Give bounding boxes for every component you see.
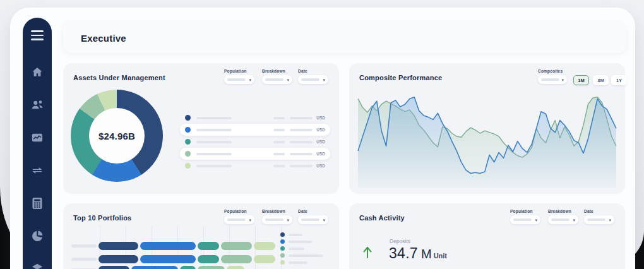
top10-legend-item[interactable]	[280, 231, 323, 238]
legend-currency-label: USD	[316, 140, 325, 144]
population-select[interactable]: ▾	[224, 215, 254, 224]
users-icon	[30, 99, 44, 111]
top10-legend-item[interactable]	[280, 238, 323, 245]
population-filter: Population▾	[224, 209, 254, 224]
date-select[interactable]: ▾	[298, 215, 328, 224]
bar-segment	[221, 242, 252, 250]
date-filter-label: Date	[298, 209, 328, 213]
aum-legend-row[interactable]: USD	[180, 160, 330, 172]
aum-legend-row[interactable]: USD	[180, 112, 330, 124]
breakdown-select[interactable]: ▾	[262, 215, 292, 224]
bar-track	[98, 255, 275, 263]
legend-value-skeleton	[290, 141, 313, 143]
sidebar-item-home[interactable]	[30, 64, 45, 80]
legend-name-skeleton	[289, 261, 307, 264]
date-filter-label: Date	[584, 209, 614, 213]
sidebar-item-clients[interactable]	[30, 97, 45, 112]
composite-card-title: Composite Performance	[359, 74, 442, 81]
legend-name-skeleton	[196, 129, 232, 131]
portfolio-bar-row	[71, 242, 275, 250]
deposits-unit-label: Unit	[434, 252, 447, 260]
portfolio-bar-row	[71, 255, 275, 263]
header-bar: Executive	[63, 23, 626, 53]
date-select[interactable]: ▾	[584, 215, 614, 224]
range-button-3m[interactable]: 3M	[593, 75, 609, 85]
legend-amount-skeleton	[273, 165, 285, 167]
population-filter: Population▾	[510, 209, 540, 224]
legend-currency-label: USD	[316, 116, 325, 120]
breakdown-select[interactable]: ▾	[548, 215, 578, 224]
legend-value-skeleton	[290, 129, 313, 131]
legend-currency-label: USD	[316, 152, 325, 156]
deposits-value-row: 34.7 M Unit	[389, 245, 447, 262]
breakdown-select[interactable]: ▾	[262, 75, 292, 84]
bar-segment	[198, 255, 219, 263]
select-value-skeleton	[301, 78, 319, 81]
legend-amount-skeleton	[273, 117, 285, 119]
breakdown-filter: Breakdown▾	[548, 209, 578, 224]
top10-legend-item[interactable]	[280, 259, 323, 266]
cash-card-title: Cash Activity	[359, 214, 405, 222]
aum-legend-row[interactable]: USD	[180, 148, 330, 160]
bar-segment	[98, 255, 138, 263]
aum-legend-row[interactable]: USD	[180, 124, 330, 136]
bar-segment	[140, 255, 196, 263]
top10-legend-item[interactable]	[280, 252, 323, 259]
aum-legend: USDUSDUSDUSDUSD	[180, 112, 330, 172]
legend-dot	[280, 239, 285, 244]
composites-select[interactable]: ▾	[538, 75, 567, 84]
select-value-skeleton	[265, 78, 283, 81]
range-button-1y[interactable]: 1Y	[611, 75, 627, 85]
sidebar-item-layers[interactable]	[30, 261, 45, 269]
bar-segment	[198, 242, 219, 250]
legend-dot	[185, 139, 191, 145]
bar-segment	[227, 266, 245, 269]
chevron-down-icon: ▾	[561, 78, 564, 82]
sidebar	[23, 18, 52, 269]
chevron-down-icon: ▾	[249, 218, 251, 222]
range-button-1m[interactable]: 1M	[573, 75, 589, 85]
aum-card: Assets Under Management $24.96B USDUSDUS…	[63, 63, 339, 194]
sidebar-item-calculator[interactable]	[30, 196, 45, 211]
legend-name-skeleton	[289, 234, 302, 236]
select-value-skeleton	[513, 218, 532, 221]
legend-name-skeleton	[289, 248, 304, 250]
deposits-magnitude: M	[421, 247, 432, 261]
top10-card-title: Top 10 Portfolios	[73, 214, 131, 222]
population-select[interactable]: ▾	[510, 215, 540, 224]
legend-dot	[280, 246, 285, 251]
legend-name-skeleton	[196, 141, 232, 143]
population-select[interactable]: ▾	[224, 75, 254, 84]
aum-donut-hole: $24.96B	[89, 108, 145, 164]
legend-name-skeleton	[196, 117, 232, 119]
menu-icon[interactable]	[30, 28, 45, 43]
bar-track	[98, 266, 244, 269]
app-window: Executive Assets Under Management $24.96…	[10, 8, 635, 269]
composites-filter-label: Composites	[538, 69, 567, 73]
legend-dot	[185, 115, 191, 121]
legend-currency-label: USD	[316, 164, 325, 168]
sidebar-item-portfolios[interactable]	[30, 130, 45, 145]
sidebar-item-transfers[interactable]	[30, 163, 45, 178]
select-value-skeleton	[541, 78, 559, 81]
select-value-skeleton	[227, 78, 246, 81]
select-value-skeleton	[587, 218, 605, 221]
sidebar-item-allocation[interactable]	[30, 229, 45, 244]
legend-amount-skeleton	[273, 129, 285, 131]
date-filter: Date▾	[584, 209, 614, 224]
calculator-icon	[32, 197, 43, 210]
composite-card: Composite Performance Composites ▾ 1M 3M…	[349, 63, 625, 194]
legend-dot	[280, 260, 285, 265]
top10-legend-item[interactable]	[280, 245, 323, 252]
legend-dot	[280, 232, 285, 237]
bar-segment	[140, 242, 196, 250]
select-value-skeleton	[301, 218, 319, 221]
bar-segment	[98, 242, 138, 250]
breakdown-filter: Breakdown▾	[262, 209, 292, 224]
portfolio-name-skeleton	[71, 244, 97, 248]
bar-segment	[198, 266, 225, 269]
aum-card-title: Assets Under Management	[73, 74, 165, 81]
composites-filter: Composites ▾	[538, 69, 567, 84]
date-select[interactable]: ▾	[298, 75, 328, 84]
aum-legend-row[interactable]: USD	[180, 136, 330, 148]
